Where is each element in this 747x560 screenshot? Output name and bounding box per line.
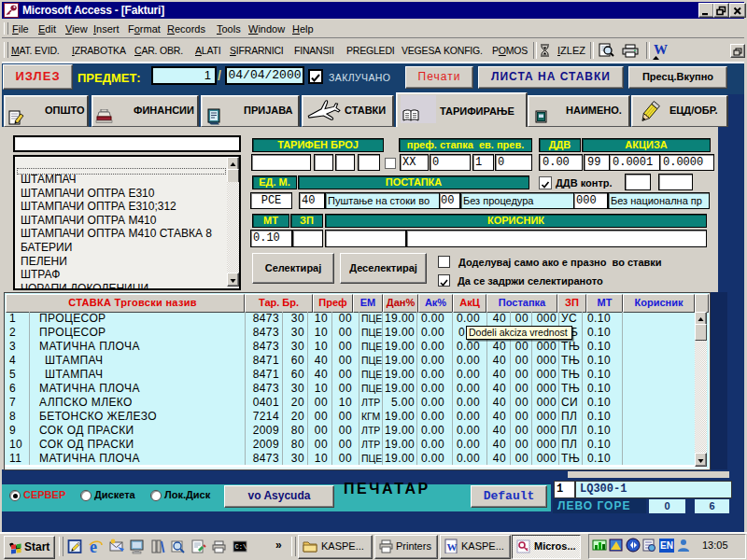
svg-text:C:\: C:\	[235, 543, 247, 551]
svg-text:W: W	[447, 541, 458, 553]
